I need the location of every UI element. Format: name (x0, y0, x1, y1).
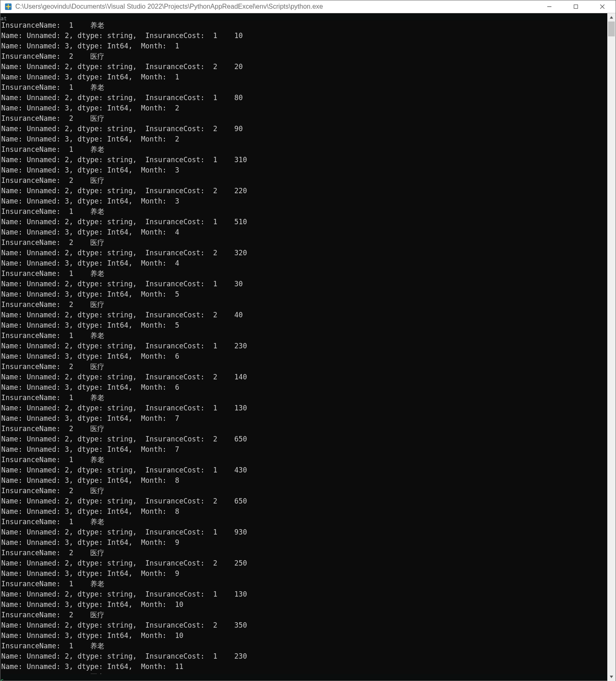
svg-rect-2 (8, 4, 9, 9)
close-button[interactable] (589, 0, 616, 13)
svg-rect-4 (574, 5, 578, 9)
svg-marker-7 (610, 16, 613, 19)
scroll-thumb[interactable] (608, 22, 615, 36)
vertical-scrollbar[interactable] (607, 13, 616, 681)
minimize-button[interactable] (536, 0, 563, 13)
console-window: C:\Users\geovindu\Documents\Visual Studi… (0, 0, 616, 681)
scroll-down-arrow-icon[interactable] (607, 673, 616, 681)
title-bar[interactable]: C:\Users\geovindu\Documents\Visual Studi… (0, 0, 616, 13)
window-title: C:\Users\geovindu\Documents\Visual Studi… (15, 3, 536, 10)
console-output[interactable]: InsuranceName: 1 养老 Name: Unnamed: 2, dt… (0, 20, 607, 674)
python-app-icon (5, 3, 12, 10)
console-area: at~~~□~~~~ocs^~c_^cc InsuranceName: 1 养老… (0, 13, 616, 681)
scroll-up-arrow-icon[interactable] (607, 13, 616, 22)
maximize-button[interactable] (563, 0, 589, 13)
svg-marker-8 (610, 676, 613, 678)
window-controls (536, 0, 616, 13)
